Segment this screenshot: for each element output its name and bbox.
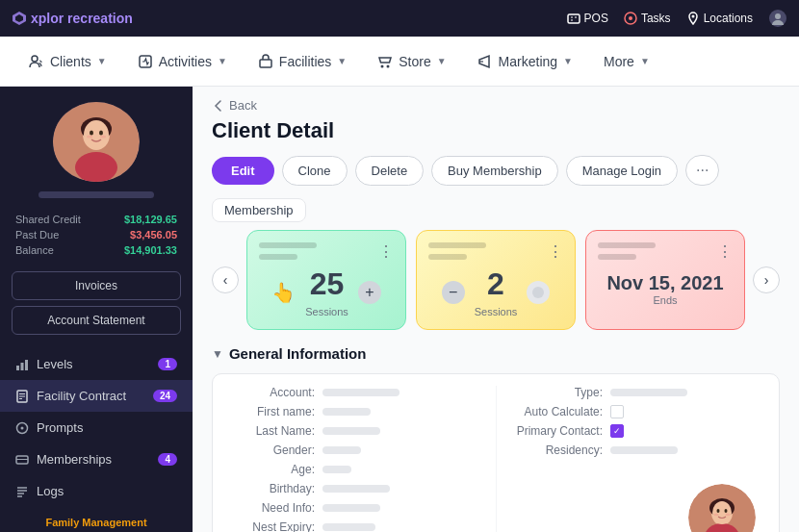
card-1-menu[interactable]: ⋮	[548, 242, 563, 261]
tasks-nav[interactable]: Tasks	[624, 12, 671, 25]
logo: xplor recreation	[12, 11, 133, 26]
edit-button[interactable]: Edit	[212, 157, 274, 185]
card-0-number: 25	[305, 266, 348, 302]
avatar-svg	[53, 102, 140, 182]
nestexpiry-value	[322, 523, 375, 531]
back-arrow-icon	[212, 99, 225, 113]
card-0-menu[interactable]: ⋮	[378, 242, 394, 261]
svg-point-21	[87, 136, 92, 139]
lastname-row: Last Name:	[228, 424, 496, 438]
type-row: Type:	[516, 386, 763, 399]
more-chevron: ▼	[640, 56, 650, 66]
marketing-nav-btn[interactable]: Marketing ▼	[464, 46, 586, 77]
cards-prev-btn[interactable]: ‹	[212, 266, 239, 293]
lastname-value	[322, 427, 380, 435]
section-chevron-icon: ▼	[212, 347, 223, 361]
svg-point-18	[84, 120, 109, 149]
svg-point-47	[726, 514, 731, 516]
clients-chevron: ▼	[97, 56, 107, 66]
firstname-row: First name:	[228, 405, 496, 418]
location-icon	[686, 12, 700, 25]
sidebar-item-memberships[interactable]: Memberships 4	[0, 443, 193, 475]
svg-point-43	[712, 501, 732, 524]
cards-next-btn[interactable]: ›	[753, 266, 780, 293]
logo-icon	[12, 11, 27, 26]
clients-nav-btn[interactable]: Clients ▼	[15, 46, 120, 77]
membership-tab[interactable]: Membership	[212, 198, 306, 222]
buy-membership-button[interactable]: Buy Membership	[431, 156, 558, 186]
svg-rect-25	[25, 360, 28, 370]
svg-point-45	[725, 509, 728, 513]
client-name-bar	[39, 191, 154, 198]
card-1-right-icon	[531, 286, 545, 299]
general-info-header[interactable]: ▼ General Information	[212, 345, 780, 362]
back-link[interactable]: Back	[212, 98, 780, 113]
primarycontact-checkbox[interactable]: ✓	[610, 424, 624, 438]
main-content: Back Client Detail Edit Clone Delete Buy…	[193, 87, 799, 532]
facilities-icon	[258, 54, 273, 69]
past-due-row: Past Due $3,456.05	[15, 229, 177, 241]
needinfo-row: Need Info:	[228, 501, 496, 515]
autocalc-checkbox[interactable]	[610, 405, 624, 418]
tasks-icon	[624, 12, 637, 25]
activities-nav-btn[interactable]: Activities ▼	[124, 46, 241, 77]
svg-point-31	[21, 426, 24, 429]
birthday-value	[322, 485, 390, 493]
user-nav[interactable]	[768, 9, 787, 28]
card-1-plus[interactable]	[527, 281, 550, 304]
clone-button[interactable]: Clone	[282, 156, 348, 186]
more-nav-btn[interactable]: More ▼	[590, 46, 663, 77]
delete-button[interactable]: Delete	[355, 156, 425, 186]
sidebar-item-facility-contract[interactable]: Facility Contract 24	[0, 380, 193, 412]
card-1-minus[interactable]: −	[442, 281, 465, 304]
svg-rect-2	[568, 14, 580, 23]
page-title: Client Detail	[212, 118, 780, 143]
birthday-row: Birthday:	[228, 482, 496, 495]
account-value	[322, 389, 400, 396]
autocalc-row: Auto Calculate:	[516, 405, 763, 418]
svg-point-44	[717, 509, 720, 513]
clients-icon	[29, 54, 44, 69]
membership-tab-container: Membership	[212, 201, 780, 218]
gender-row: Gender:	[228, 443, 496, 457]
card-0-plus[interactable]: +	[358, 281, 381, 304]
card-1-label: Sessions	[475, 306, 518, 317]
activities-nav-icon	[138, 54, 153, 69]
svg-point-46	[714, 514, 719, 516]
general-info-grid: Account: First name: Last Name: Gender:	[212, 373, 780, 532]
session-card-0: ⋮ 👆 25 Sessions +	[246, 230, 406, 330]
nestexpiry-row: Nest Expiry:	[228, 520, 496, 532]
card-0-label: Sessions	[305, 306, 348, 317]
svg-rect-10	[260, 60, 271, 67]
manage-login-button[interactable]: Manage Login	[566, 156, 678, 186]
invoices-btn[interactable]: Invoices	[12, 271, 181, 300]
sidebar-item-prompts[interactable]: Prompts	[0, 412, 193, 443]
firstname-value	[322, 408, 371, 416]
svg-point-19	[90, 131, 93, 136]
card-2-ends: Ends	[598, 294, 733, 306]
levels-icon	[15, 358, 29, 371]
card-2-menu[interactable]: ⋮	[717, 242, 733, 261]
more-actions-button[interactable]: ···	[685, 155, 719, 186]
facilities-chevron: ▼	[337, 56, 347, 66]
account-statement-btn[interactable]: Account Statement	[12, 306, 181, 335]
primarycontact-row: Primary Contact: ✓	[516, 424, 763, 438]
sidebar-item-logs[interactable]: Logs	[0, 475, 193, 507]
balance-row: Balance $14,901.33	[15, 244, 177, 256]
facilities-nav-btn[interactable]: Facilities ▼	[245, 46, 360, 77]
store-nav-btn[interactable]: Store ▼	[364, 46, 459, 77]
sidebar-stats: Shared Credit $18,129.65 Past Due $3,456…	[0, 214, 193, 260]
sidebar-item-levels[interactable]: Levels 1	[0, 348, 193, 380]
profile-photo-small	[688, 484, 756, 532]
svg-point-5	[691, 15, 694, 18]
svg-point-38	[532, 287, 544, 298]
locations-nav[interactable]: Locations	[686, 12, 753, 25]
session-card-2: ⋮ Nov 15, 2021 Ends	[585, 230, 745, 330]
sidebar: Shared Credit $18,129.65 Past Due $3,456…	[0, 87, 193, 532]
pos-nav[interactable]: POS	[567, 12, 608, 25]
store-icon	[377, 54, 393, 69]
main-layout: Shared Credit $18,129.65 Past Due $3,456…	[0, 87, 799, 532]
profile-photo-svg	[688, 484, 756, 532]
cards-scroll: ⋮ 👆 25 Sessions +	[239, 230, 753, 330]
family-management-section: Family Management	[30, 507, 162, 532]
